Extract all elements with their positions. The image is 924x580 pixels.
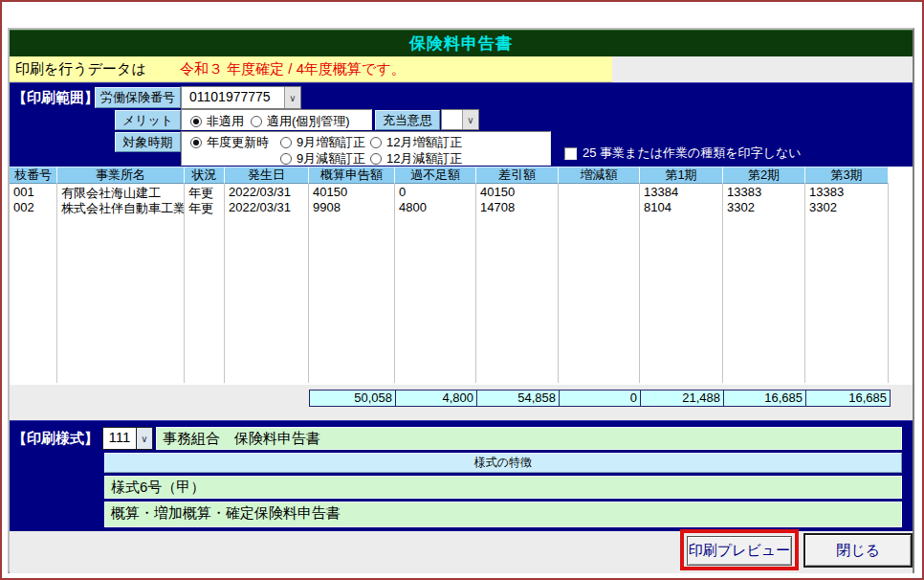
info-prefix-text: 印刷を行うデータは <box>15 60 146 78</box>
format-feature-line2: 概算・増加概算・確定保険料申告書 <box>104 502 902 527</box>
table-cell: 4800 <box>395 199 476 214</box>
table-header-row: 枝番号事業所名状況発生日概算申告額過不足額差引額増減額第1期第2期第3期 <box>10 167 913 184</box>
radio-icon <box>280 137 292 148</box>
allocation-combobox[interactable]: ∨ <box>441 109 479 130</box>
period-radio-annual-update[interactable]: 年度更新時 <box>190 134 269 151</box>
total-cell: 4,800 <box>396 390 477 406</box>
labor-no-value: 01101977775 <box>182 87 284 108</box>
table-cell <box>309 214 395 383</box>
print-range-panel: 【印刷範囲】 労働保険番号 01101977775 ∨ メリット 非適用 適用(… <box>10 82 913 167</box>
radio-icon <box>370 153 382 165</box>
merit-radio-apply[interactable]: 適用(個別管理) <box>251 113 350 130</box>
table-cell <box>10 214 57 383</box>
merit-radio-nonapply[interactable]: 非適用 <box>190 113 244 130</box>
period-radio-dec-increase[interactable]: 12月増額訂正 <box>370 134 462 151</box>
header-cell[interactable]: 第3期 <box>805 167 889 184</box>
offices-table: 枝番号事業所名状況発生日概算申告額過不足額差引額増減額第1期第2期第3期 001… <box>10 167 913 385</box>
table-cell-filler <box>889 199 892 214</box>
screenshot-frame: 保険料申告書 印刷を行うデータは 令和３ 年度確定 / 4年度概算です。 【印刷… <box>0 0 924 580</box>
table-cell <box>559 214 640 383</box>
radio-selected-icon <box>190 116 202 127</box>
allocation-value <box>442 110 462 129</box>
table-row[interactable]: 002株式会社伴自動車工業年更2022/03/31990848001470881… <box>10 199 913 214</box>
table-cell: 3302 <box>805 199 889 214</box>
header-cell[interactable]: 事業所名 <box>57 167 185 184</box>
header-cell[interactable]: 第1期 <box>640 167 723 184</box>
header-cell[interactable]: 差引額 <box>476 167 559 184</box>
totals-zone: 50,0584,80054,858021,48816,68516,685 <box>10 385 913 420</box>
format-code-field[interactable]: 111 <box>102 427 137 450</box>
allocation-label: 充当意思 <box>375 110 440 130</box>
table-cell <box>723 214 805 383</box>
format-feature-header: 様式の特徴 <box>104 453 902 473</box>
info-highlight-text: 令和３ 年度確定 / 4年度概算です。 <box>180 60 406 78</box>
table-cell: 001 <box>10 184 57 199</box>
table-cell: 8104 <box>640 199 723 214</box>
chevron-down-icon[interactable]: ∨ <box>137 427 153 450</box>
period-label: 対象時期 <box>115 132 181 152</box>
table-cell: 40150 <box>309 184 395 199</box>
no-print-type-checkbox[interactable]: 25 事業または作業の種類を印字しない <box>564 145 802 162</box>
table-row[interactable] <box>10 214 913 383</box>
radio-icon <box>370 137 382 148</box>
table-cell: 002 <box>10 199 57 214</box>
header-cell[interactable]: 枝番号 <box>10 167 57 184</box>
checkbox-unchecked-icon <box>564 147 577 160</box>
period-radio-sep-decrease[interactable]: 9月減額訂正 <box>280 150 365 167</box>
button-zone: 印刷プレビュー 閉じる <box>10 531 913 573</box>
table-cell: 2022/03/31 <box>225 184 309 199</box>
table-cell <box>805 214 889 383</box>
header-cell[interactable]: 第2期 <box>723 167 805 184</box>
chevron-down-icon[interactable]: ∨ <box>284 87 300 108</box>
table-cell-filler <box>889 214 892 383</box>
totals-row: 50,0584,80054,858021,48816,68516,685 <box>309 390 891 407</box>
total-cell: 16,685 <box>806 390 890 406</box>
table-cell: 0 <box>395 184 476 199</box>
table-cell: 2022/03/31 <box>225 199 309 214</box>
table-row[interactable]: 001有限会社海山建工年更2022/03/3140150040150133841… <box>10 184 913 199</box>
print-format-section-label: 【印刷様式】 <box>12 430 99 448</box>
print-format-panel: 【印刷様式】 111 ∨ 事務組合 保険料申告書 様式の特徴 様式6号（甲） 概… <box>10 420 913 531</box>
table-cell: 14708 <box>476 199 559 214</box>
table-cell <box>57 214 185 383</box>
table-cell <box>395 214 476 383</box>
table-cell: 有限会社海山建工 <box>57 184 185 199</box>
period-radio-dec-decrease[interactable]: 12月減額訂正 <box>370 150 462 167</box>
header-filler <box>889 167 913 184</box>
table-cell: 株式会社伴自動車工業 <box>57 199 185 214</box>
header-cell[interactable]: 増減額 <box>559 167 640 184</box>
labor-no-label: 労働保険番号 <box>95 87 181 108</box>
total-cell: 16,685 <box>724 390 806 406</box>
app-window: 保険料申告書 印刷を行うデータは 令和３ 年度確定 / 4年度概算です。 【印刷… <box>8 28 914 573</box>
table-cell: 13383 <box>805 184 889 199</box>
total-cell: 54,858 <box>477 390 560 406</box>
table-cell: 年更 <box>185 184 225 199</box>
table-cell <box>559 199 640 214</box>
print-preview-button[interactable]: 印刷プレビュー <box>687 536 792 566</box>
title-bar: 保険料申告書 <box>10 30 913 56</box>
header-cell[interactable]: 発生日 <box>225 167 309 184</box>
header-cell[interactable]: 概算申告額 <box>309 167 395 184</box>
header-cell[interactable]: 状況 <box>185 167 225 184</box>
merit-label: メリット <box>115 110 181 130</box>
close-button[interactable]: 閉じる <box>803 533 913 568</box>
total-cell: 0 <box>560 390 641 406</box>
table-cell <box>185 214 225 383</box>
period-radio-sep-increase[interactable]: 9月増額訂正 <box>280 134 365 151</box>
table-cell <box>640 214 723 383</box>
table-cell <box>476 214 559 383</box>
total-cell: 21,488 <box>641 390 724 406</box>
total-cell: 50,058 <box>310 390 396 406</box>
print-range-section-label: 【印刷範囲】 <box>12 89 99 107</box>
table-cell <box>559 184 640 199</box>
format-feature-line1: 様式6号（甲） <box>104 476 902 499</box>
table-cell: 40150 <box>476 184 559 199</box>
table-cell: 年更 <box>185 199 225 214</box>
radio-selected-icon <box>190 137 202 148</box>
page-title: 保険料申告書 <box>409 33 513 55</box>
chevron-down-icon[interactable]: ∨ <box>462 110 478 129</box>
labor-no-combobox[interactable]: 01101977775 ∨ <box>181 86 301 109</box>
header-cell[interactable]: 過不足額 <box>395 167 476 184</box>
table-cell: 9908 <box>309 199 395 214</box>
table-body: 001有限会社海山建工年更2022/03/3140150040150133841… <box>10 184 913 383</box>
